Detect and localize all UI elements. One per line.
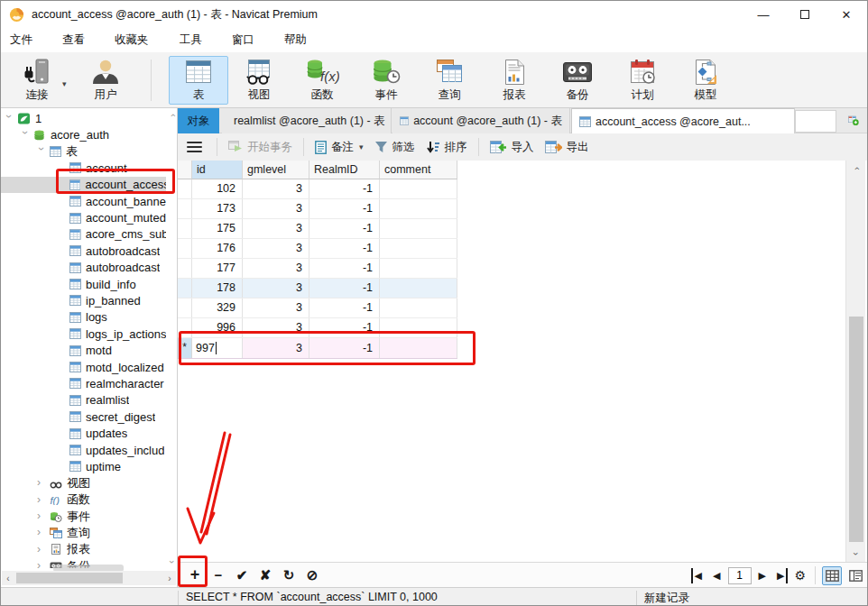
table-row[interactable]: 3293-1 xyxy=(178,298,457,318)
minimize-button[interactable]: — xyxy=(743,1,784,28)
cell[interactable] xyxy=(380,179,457,198)
sidebar-table-motd_localized[interactable]: motd_localized xyxy=(1,359,166,375)
grid-menu-button[interactable] xyxy=(187,142,202,153)
cell[interactable]: 177 xyxy=(192,259,243,278)
add-record-button[interactable]: + xyxy=(183,565,207,584)
cell[interactable]: 3 xyxy=(243,279,309,298)
begin-transaction-button[interactable]: 开始事务 xyxy=(223,137,298,158)
scroll-down-icon[interactable]: › xyxy=(849,544,863,564)
cell[interactable] xyxy=(380,259,457,278)
sidebar-horizontal-scrollbar[interactable]: ‹ › xyxy=(2,571,176,585)
export-button[interactable]: 导出 xyxy=(540,137,595,158)
grid-view-toggle[interactable] xyxy=(822,566,842,585)
cell[interactable]: 3 xyxy=(243,219,309,238)
table-row[interactable]: 1773-1 xyxy=(178,259,457,279)
cell[interactable]: 175 xyxy=(192,219,243,238)
sidebar-group-事件[interactable]: ›事件 xyxy=(1,508,166,524)
column-header-RealmID[interactable]: RealmID xyxy=(309,161,380,179)
first-page-button[interactable]: ◀ xyxy=(691,568,706,583)
cell[interactable]: 3 xyxy=(243,179,309,198)
cell[interactable]: 3 xyxy=(243,239,309,258)
tab-realmlist[interactable]: realmlist @acore_auth (1) - 表 xyxy=(222,108,392,133)
next-page-button[interactable]: ▶ xyxy=(755,568,770,583)
cell[interactable]: -1 xyxy=(309,219,380,238)
close-button[interactable]: ✕ xyxy=(826,1,867,28)
menu-window[interactable]: 窗口 xyxy=(232,28,275,52)
stop-button[interactable]: ⊘ xyxy=(300,567,324,583)
tab-objects[interactable]: 对象 xyxy=(178,108,219,133)
sidebar-scroll-up-icon[interactable]: › xyxy=(167,114,178,117)
cell[interactable]: 3 xyxy=(243,318,309,337)
tree-database-acore-auth[interactable]: › acore_auth xyxy=(1,126,166,142)
cell[interactable]: 173 xyxy=(192,199,243,218)
cell[interactable]: -1 xyxy=(309,298,380,317)
column-header-id[interactable]: id xyxy=(192,161,243,179)
table-row[interactable]: 1783-1 xyxy=(178,279,457,298)
sidebar-scroll-down-icon[interactable]: › xyxy=(167,560,178,564)
cell[interactable] xyxy=(380,318,457,337)
new-tab-button[interactable] xyxy=(843,111,864,131)
grid-vertical-scrollbar[interactable]: › › xyxy=(845,161,865,562)
new-row-comment-cell[interactable] xyxy=(380,338,457,358)
menu-favorites[interactable]: 收藏夹 xyxy=(115,28,171,52)
model-button[interactable]: 模型 xyxy=(679,56,732,105)
sidebar-table-updates_includ[interactable]: updates_includ xyxy=(1,442,166,458)
cell[interactable]: 178 xyxy=(192,279,243,298)
import-button[interactable]: 导入 xyxy=(485,137,540,158)
scrollbar-thumb[interactable] xyxy=(849,317,863,542)
scroll-up-icon[interactable]: › xyxy=(849,159,863,179)
column-header-comment[interactable]: comment xyxy=(380,161,457,179)
connection-dropdown-caret[interactable]: ▾ xyxy=(62,79,67,88)
event-button[interactable]: 事件 xyxy=(360,56,412,105)
menu-help[interactable]: 帮助 xyxy=(284,28,328,52)
sidebar-table-realmcharacter[interactable]: realmcharacter xyxy=(1,375,166,391)
filter-button[interactable]: 筛选 xyxy=(369,137,420,158)
sort-button[interactable]: 排序 xyxy=(420,137,473,158)
refresh-button[interactable]: ↻ xyxy=(277,567,300,583)
discard-changes-button[interactable]: ✘ xyxy=(254,567,277,583)
cell[interactable]: 3 xyxy=(243,298,309,317)
table-row[interactable]: 1763-1 xyxy=(178,239,457,259)
scroll-right-icon[interactable]: › xyxy=(163,574,176,583)
new-row-gmlevel-cell[interactable]: 3 xyxy=(243,338,309,358)
scroll-left-icon[interactable]: ‹ xyxy=(2,574,14,583)
sidebar-table-logs_ip_actions[interactable]: logs_ip_actions xyxy=(1,326,166,342)
function-button[interactable]: f(x) 函数 xyxy=(295,56,349,105)
table-row[interactable]: 1753-1 xyxy=(178,219,457,239)
menu-file[interactable]: 文件 xyxy=(10,28,53,52)
table-row[interactable]: 1733-1 xyxy=(178,199,457,219)
cell[interactable]: 102 xyxy=(192,179,243,198)
cell[interactable]: -1 xyxy=(309,259,380,278)
column-header-gmlevel[interactable]: gmlevel xyxy=(243,161,309,179)
maximize-button[interactable] xyxy=(784,1,826,28)
page-number-input[interactable] xyxy=(728,567,752,584)
cell[interactable] xyxy=(380,239,457,258)
sidebar-table-account_access[interactable]: account_access xyxy=(1,177,166,193)
schedule-button[interactable]: 计划 xyxy=(616,56,669,105)
cell[interactable]: 176 xyxy=(192,239,243,258)
sidebar-table-updates[interactable]: updates xyxy=(1,425,166,441)
sidebar-table-account[interactable]: account xyxy=(1,160,166,176)
cell[interactable]: -1 xyxy=(309,179,380,198)
sidebar-group-函数[interactable]: ›f()函数 xyxy=(1,491,166,508)
cell[interactable] xyxy=(380,298,457,317)
new-record-row[interactable]: * 997 3 -1 xyxy=(178,338,457,359)
tree-connection-1[interactable]: › 1 xyxy=(1,110,166,126)
sidebar-table-logs[interactable]: logs xyxy=(1,309,166,326)
user-button[interactable]: 用户 xyxy=(80,56,131,105)
sidebar-group-查询[interactable]: ›查询 xyxy=(1,525,166,541)
menu-view[interactable]: 查看 xyxy=(62,28,106,52)
scrollbar-thumb[interactable] xyxy=(16,573,123,583)
sidebar-table-ip_banned[interactable]: ip_banned xyxy=(1,292,166,308)
cell[interactable] xyxy=(380,219,457,238)
sidebar-table-build_info[interactable]: build_info xyxy=(1,276,166,292)
sidebar-table-account_banne[interactable]: account_banne xyxy=(1,193,166,209)
form-view-toggle[interactable] xyxy=(845,566,865,585)
view-button[interactable]: 视图 xyxy=(234,56,284,105)
menu-tools[interactable]: 工具 xyxy=(180,28,223,52)
note-button[interactable]: 备注 ▾ xyxy=(309,137,369,158)
sidebar-table-motd[interactable]: motd xyxy=(1,342,166,358)
sidebar-group-视图[interactable]: ›视图 xyxy=(1,475,166,491)
report-button[interactable]: 报表 xyxy=(488,56,540,105)
last-page-button[interactable]: ▶ xyxy=(773,568,788,583)
